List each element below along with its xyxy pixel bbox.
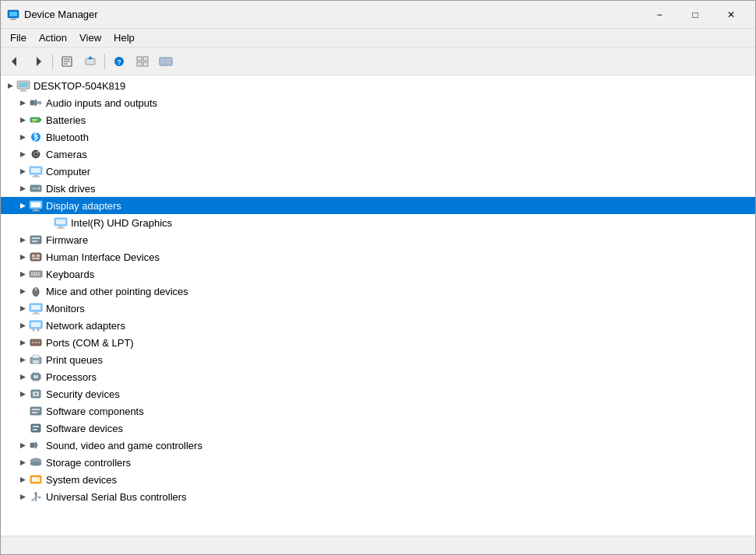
batteries-expander[interactable] [16, 114, 29, 126]
svg-rect-24 [21, 90, 26, 91]
network-expander[interactable] [16, 319, 29, 332]
bluetooth-expander[interactable] [16, 131, 29, 143]
monitors-label: Monitors [46, 303, 85, 314]
svg-rect-15 [143, 57, 148, 61]
svg-rect-75 [38, 272, 40, 274]
menu-action[interactable]: Action [33, 30, 73, 45]
displayadapters-expander[interactable] [16, 199, 29, 212]
list-item[interactable]: Bluetooth [1, 128, 755, 146]
mice-expander[interactable] [16, 285, 29, 297]
list-item[interactable]: ⚡ Batteries [1, 111, 755, 128]
svg-marker-100 [20, 357, 26, 363]
toolbar-update-button[interactable] [79, 51, 101, 72]
toolbar-back-button[interactable] [4, 51, 26, 72]
svg-marker-143 [34, 492, 37, 494]
display-adapters-item[interactable]: Display adapters [1, 197, 755, 214]
svg-rect-140 [32, 477, 40, 482]
maximize-button[interactable]: □ [677, 1, 713, 29]
processors-expander[interactable] [16, 371, 29, 383]
root-expander[interactable] [4, 79, 16, 92]
list-item[interactable]: Software components [1, 402, 755, 420]
svg-rect-127 [32, 412, 37, 413]
monitors-expander[interactable] [16, 302, 29, 314]
tree-root[interactable]: DESKTOP-504K819 [1, 77, 755, 94]
audio-expander[interactable] [16, 97, 29, 109]
svg-rect-131 [33, 429, 37, 430]
svg-rect-60 [57, 228, 65, 229]
hid-expander[interactable] [16, 251, 29, 263]
menu-view[interactable]: View [73, 30, 107, 45]
list-item[interactable]: Intel(R) UHD Graphics [1, 214, 755, 231]
minimize-button[interactable]: − [642, 1, 677, 29]
keyboards-icon [29, 267, 43, 281]
list-item[interactable]: Monitors [1, 300, 755, 317]
print-expander[interactable] [16, 353, 29, 366]
menu-help[interactable]: Help [107, 30, 141, 45]
keyboards-label: Keyboards [46, 269, 94, 280]
system-expander[interactable] [16, 473, 29, 486]
svg-rect-1 [9, 12, 17, 16]
svg-rect-129 [31, 424, 40, 432]
computer-expander[interactable] [16, 165, 29, 177]
list-item[interactable]: Print queues [1, 351, 755, 368]
list-item[interactable]: Mice and other pointing devices [1, 283, 755, 300]
tree-view[interactable]: DESKTOP-504K819 Audio inputs and outputs [1, 76, 755, 536]
list-item[interactable]: Cameras [1, 146, 755, 163]
softwaredev-label: Software devices [46, 423, 123, 434]
toolbar-forward-button[interactable] [27, 51, 49, 72]
processors-icon [29, 370, 43, 384]
list-item[interactable]: System devices [1, 471, 755, 488]
svg-point-97 [32, 342, 33, 343]
menu-bar: File Action View Help [1, 29, 755, 47]
svg-rect-126 [32, 409, 40, 410]
list-item[interactable]: Firmware [1, 231, 755, 248]
list-item[interactable]: Universal Serial Bus controllers [1, 488, 755, 505]
keyboards-expander[interactable] [16, 268, 29, 280]
computer-label: Computer [46, 166, 90, 177]
svg-marker-61 [20, 237, 26, 243]
list-item[interactable]: Network adapters [1, 317, 755, 334]
network-icon [29, 318, 43, 332]
title-bar: Device Manager − □ ✕ [1, 1, 755, 29]
svg-rect-55 [32, 211, 40, 212]
list-item[interactable]: Audio inputs and outputs [1, 94, 755, 111]
cameras-expander[interactable] [16, 148, 29, 160]
security-expander[interactable] [16, 388, 29, 400]
svg-point-123 [35, 393, 37, 395]
svg-rect-53 [31, 202, 40, 207]
list-item[interactable]: Sound, video and game controllers [1, 437, 755, 454]
usb-expander[interactable] [16, 490, 29, 503]
print-icon [29, 353, 43, 367]
list-item[interactable]: Software devices [1, 420, 755, 437]
list-item[interactable]: Ports (COM & LPT) [1, 334, 755, 351]
svg-rect-10 [86, 58, 95, 65]
toolbar-help-button[interactable]: ? [108, 51, 130, 72]
storage-expander[interactable] [16, 456, 29, 469]
system-label: System devices [46, 474, 117, 486]
list-item[interactable]: Security devices [1, 385, 755, 402]
svg-rect-31 [40, 119, 41, 121]
svg-rect-23 [19, 83, 28, 87]
computer-tree-icon [29, 164, 43, 178]
toolbar-show-hidden-button[interactable] [155, 51, 177, 72]
list-item[interactable]: Computer [1, 163, 755, 180]
toolbar-view-type-button[interactable] [132, 51, 153, 72]
ports-expander[interactable] [16, 336, 29, 349]
sound-expander[interactable] [16, 439, 29, 451]
toolbar-properties-button[interactable] [56, 51, 78, 72]
inteluhd-label: Intel(R) UHD Graphics [71, 217, 172, 229]
svg-marker-141 [20, 494, 26, 500]
list-item[interactable]: Storage controllers [1, 454, 755, 471]
menu-file[interactable]: File [4, 30, 33, 45]
svg-rect-77 [33, 275, 37, 276]
close-button[interactable]: ✕ [713, 1, 749, 29]
list-item[interactable]: Processors [1, 368, 755, 385]
svg-rect-25 [19, 91, 27, 92]
list-item[interactable]: Disk drives [1, 180, 755, 197]
list-item[interactable]: Human Interface Devices [1, 248, 755, 265]
title-bar-text: Device Manager [24, 9, 642, 20]
list-item[interactable]: Keyboards [1, 265, 755, 283]
root-label: DESKTOP-504K819 [33, 80, 125, 92]
diskdrives-expander[interactable] [16, 182, 29, 195]
firmware-expander[interactable] [16, 234, 29, 246]
